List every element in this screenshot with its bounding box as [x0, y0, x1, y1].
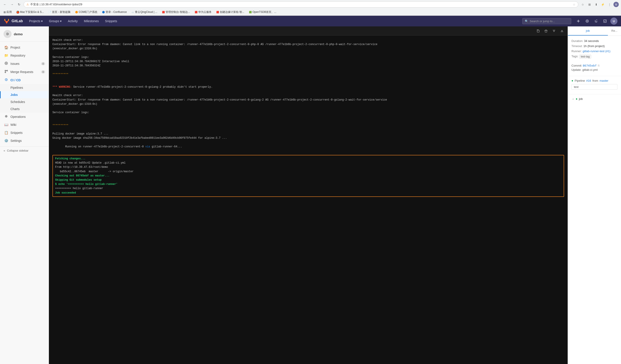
browser-action-buttons: ☆ ⊞ ⬇ ⚡ ⋮ U — [580, 2, 619, 7]
log-line: 2018-11-20T11:34:30.784350324Z — [52, 64, 564, 68]
tag-badge: test-tag — [579, 55, 591, 59]
svg-point-6 — [5, 72, 6, 73]
log-line: Pulling docker image alpine:3.7 ... — [52, 132, 564, 136]
sidebar-item-charts[interactable]: Charts — [0, 105, 49, 112]
plus-icon — [577, 19, 580, 23]
gitlab-logo[interactable]: GitLab — [3, 18, 23, 24]
sidebar-item-schedules[interactable]: Schedules — [0, 98, 49, 105]
merge-requests-icon — [594, 19, 598, 23]
pipeline-link[interactable]: #16 — [586, 79, 591, 82]
bookmark-admin[interactable]: 🟥 管理控制台-智能边... — [160, 10, 191, 15]
scroll-bottom-button[interactable] — [559, 28, 565, 34]
bookmark-edge-compute[interactable]: 🟥 创建边缘计算组-智... — [215, 10, 246, 15]
job-flow-section: → ● job — [568, 94, 621, 103]
log-line — [52, 128, 564, 132]
todo-icon — [603, 19, 607, 23]
pipeline-branch-link[interactable]: master — [600, 79, 608, 82]
nav-snippets[interactable]: Snippets — [102, 18, 120, 24]
sidebar-username: demo — [14, 32, 23, 36]
issues-button[interactable] — [584, 17, 591, 25]
bookmark-huawei[interactable]: 🟥 华为云服务 — [193, 10, 213, 15]
job-info-section: Duration: 34 seconds Timeout: 1h (from p… — [568, 36, 621, 64]
reload-button[interactable]: ↻ — [17, 2, 22, 7]
profile-avatar[interactable]: U — [613, 2, 619, 7]
log-line: Service container logs: — [52, 111, 564, 115]
sidebar-item-wiki[interactable]: 📖 Wiki — [0, 121, 49, 129]
log-line — [52, 77, 564, 81]
user-avatar[interactable]: U — [610, 17, 618, 25]
commit-hash-link[interactable]: 86745ebf — [583, 64, 597, 67]
sidebar-item-issues[interactable]: Issues 0 — [0, 60, 49, 68]
sidebar-item-jobs[interactable]: Jobs — [0, 91, 49, 98]
retry-button[interactable]: Re... — [608, 26, 621, 35]
issues-badge: 0 — [41, 62, 45, 65]
commit-label: Commit — [571, 64, 581, 67]
commit-row: Commit 86745ebf ⎘ — [571, 64, 618, 67]
sidebar-item-snippets[interactable]: 📋 Snippets — [0, 129, 49, 137]
pipeline-text: Pipeline — [574, 79, 585, 82]
back-button[interactable]: ← — [2, 2, 8, 7]
copy-log-button[interactable] — [535, 28, 541, 34]
stage-label: test — [574, 85, 579, 89]
header-nav: Projects ▾ Groups ▾ Activity Milestones … — [26, 18, 120, 24]
bookmark-mac-go[interactable]: 🍎 Mac下安装Go & S... — [15, 10, 45, 15]
ci-cd-subitems: Pipelines Jobs Schedules Charts — [0, 84, 49, 112]
settings-icon[interactable]: ⋮ — [607, 2, 612, 7]
sidebar-bottom: « Collapse sidebar — [0, 146, 49, 155]
favicon-come: 🟠 — [75, 11, 78, 14]
bookmark-opentsdb[interactable]: 🟩 OpenTSDB首页、... — [247, 10, 278, 15]
sidebar-item-ci-cd[interactable]: CI / CD — [0, 76, 49, 84]
address-bar[interactable]: ⚠ 不安全 | 10.39.47.63/root/demo/-/jobs/29 … — [24, 1, 578, 8]
right-sidebar-header: job Re... — [568, 26, 621, 36]
bookmark-come[interactable]: 🟠 COME门户系统 — [74, 10, 99, 15]
apps-icon: ⊞ — [3, 11, 6, 14]
nav-groups[interactable]: Groups ▾ — [46, 18, 64, 24]
nav-milestones[interactable]: Milestones — [81, 18, 102, 24]
sidebar-item-operations[interactable]: Operations — [0, 112, 49, 121]
bookmark-qingcloud[interactable]: ☁️ 青云QingCloud | ... — [130, 10, 159, 15]
sidebar-item-project[interactable]: 🏠 Project — [0, 44, 49, 51]
projects-dropdown-icon: ▾ — [41, 19, 43, 23]
runner-link[interactable]: gitlab-runner-test (#1) — [583, 49, 610, 53]
merge-requests-button[interactable] — [593, 17, 600, 25]
scroll-top-button[interactable] — [551, 28, 557, 34]
tab-job[interactable]: job — [568, 26, 608, 35]
copy-hash-icon[interactable]: ⎘ — [598, 64, 600, 67]
log-content[interactable]: Health check error: ContainerStart: Erro… — [49, 35, 568, 364]
scroll-bottom-icon — [560, 29, 564, 33]
bookmark-confluence[interactable]: 🔵 登录 - Confluence — [101, 10, 128, 15]
bookmark-apps[interactable]: ⊞ 应用 — [2, 10, 13, 15]
duration-label: Duration: — [571, 39, 583, 43]
job-flow-arrow-icon: → — [571, 97, 574, 101]
security-icon: ⚠ — [26, 3, 29, 6]
sidebar-user: D demo — [0, 26, 49, 42]
sidebar-item-pipelines[interactable]: Pipelines — [0, 84, 49, 91]
todo-button[interactable] — [602, 17, 608, 25]
plus-button[interactable] — [575, 17, 582, 25]
bookmark-home[interactable]: 📄 首页 - 新智超脑 — [47, 10, 72, 15]
job-flow-row: → ● job — [571, 97, 618, 101]
global-search[interactable]: 🔍 Search or jump to... — [522, 18, 571, 24]
groups-dropdown-icon: ▾ — [60, 19, 62, 23]
bookmarks-bar: ⊞ 应用 🍎 Mac下安装Go & S... 📄 首页 - 新智超脑 🟠 COM… — [0, 9, 621, 16]
sidebar-item-settings[interactable]: ⚙️ Settings — [0, 137, 49, 145]
erase-log-button[interactable] — [543, 28, 549, 34]
collapse-sidebar-button[interactable]: « Collapse sidebar — [0, 147, 49, 155]
log-line — [52, 106, 564, 111]
snippets-icon: 📋 — [4, 131, 8, 135]
forward-button[interactable]: → — [9, 2, 15, 7]
sidebar-item-repository[interactable]: 📁 Repository — [0, 51, 49, 60]
nav-activity[interactable]: Activity — [65, 18, 80, 24]
sidebar-item-merge-requests[interactable]: Merge Requests 0 — [0, 68, 49, 76]
tab-icon[interactable]: ⊞ — [587, 2, 592, 7]
extension-icon[interactable]: ⚡ — [600, 2, 605, 7]
favicon-home: 📄 — [48, 11, 51, 14]
download-icon[interactable]: ⬇ — [593, 2, 599, 7]
right-sidebar: job Re... Duration: 34 seconds Timeout: … — [568, 26, 621, 364]
runner-row: Runner: gitlab-runner-test (#1) — [571, 49, 618, 53]
nav-projects[interactable]: Projects ▾ — [26, 18, 46, 24]
log-line-checking-out: Checking out 86745ebf as master... — [55, 174, 561, 178]
log-line-from: From http://10.39.47.63/root/demo — [55, 165, 561, 169]
bookmark-icon[interactable]: ☆ — [580, 2, 586, 7]
ci-cd-icon — [4, 78, 8, 82]
